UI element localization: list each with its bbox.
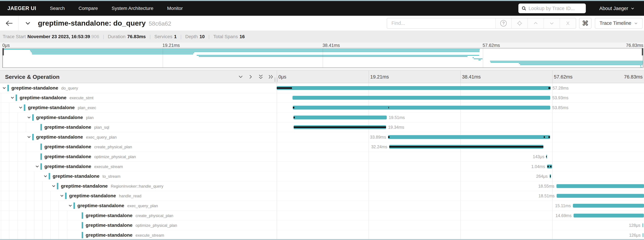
- span-tree-cell[interactable]: greptime-standaloneoptimize_physical_pla…: [0, 221, 277, 230]
- span-tree-cell[interactable]: greptime-standaloneexecute_stream: [0, 162, 277, 172]
- span-row[interactable]: greptime-standaloneoptimize_physical_pla…: [0, 221, 644, 230]
- span-timeline-cell[interactable]: 18.55ms: [277, 181, 644, 191]
- span-operation-name: execute_stream: [136, 233, 164, 238]
- span-row[interactable]: greptime-standaloneexec_query_plan33.89m…: [0, 132, 644, 142]
- span-row[interactable]: greptime-standaloneRegionInvoker::handle…: [0, 181, 644, 191]
- span-tree-cell[interactable]: greptime-standaloneplan_exec: [0, 103, 277, 113]
- tree-guide-line: [26, 152, 26, 161]
- span-tree-cell[interactable]: greptime-standaloneplan: [0, 113, 277, 122]
- span-tree-cell[interactable]: greptime-standaloneexecute_stmt: [0, 93, 277, 103]
- span-timeline-cell[interactable]: 264μs: [277, 171, 644, 181]
- span-row[interactable]: greptime-standaloneexecute_stmt53.93ms: [0, 93, 644, 103]
- span-duration-bar[interactable]: [573, 204, 644, 208]
- span-timeline-cell[interactable]: 32.24ms: [277, 142, 644, 152]
- collapse-trace-header-button[interactable]: [24, 20, 31, 26]
- span-timeline-cell[interactable]: 1.04ms: [277, 162, 644, 172]
- span-duration-bar[interactable]: [294, 116, 387, 119]
- nav-item-compare[interactable]: Compare: [78, 6, 98, 11]
- span-collapse-chevron[interactable]: [27, 115, 31, 120]
- keyboard-shortcuts-button[interactable]: ⌘: [579, 18, 592, 29]
- find-clear-button[interactable]: X: [560, 18, 576, 28]
- span-tree-cell[interactable]: greptime-standalonecreate_physical_plan: [0, 142, 277, 152]
- span-tree-cell[interactable]: greptime-standalonedo_query: [0, 83, 277, 93]
- span-row[interactable]: greptime-standaloneplan_exec53.85ms: [0, 103, 644, 113]
- span-collapse-chevron[interactable]: [18, 106, 23, 110]
- span-tree-cell[interactable]: greptime-standalonehandle_read: [0, 191, 277, 201]
- nav-item-system-architecture[interactable]: System Architecture: [112, 6, 154, 11]
- find-next-button[interactable]: [544, 18, 560, 28]
- span-duration-bar[interactable]: [556, 194, 644, 198]
- span-row[interactable]: greptime-standaloneexec_query_plan15.11m…: [0, 201, 644, 211]
- span-duration-bar[interactable]: [642, 224, 643, 227]
- span-row[interactable]: greptime-standaloneplan_sql19.34ms: [0, 122, 644, 132]
- span-row[interactable]: greptime-standalonecreate_physical_plan3…: [0, 142, 644, 152]
- find-help-button[interactable]: ?: [495, 18, 511, 28]
- axis-tick-label: 76.83ms: [624, 74, 643, 80]
- span-tree-cell[interactable]: greptime-standaloneexec_query_plan: [0, 201, 277, 211]
- span-collapse-chevron[interactable]: [43, 174, 48, 178]
- tree-guide-line: [9, 181, 10, 191]
- minimap-canvas[interactable]: [2, 48, 643, 68]
- span-color-indicator: [40, 144, 42, 150]
- minimap-gridline: [163, 48, 163, 67]
- nav-item-monitor[interactable]: Monitor: [167, 6, 183, 11]
- nav-item-search[interactable]: Search: [50, 6, 65, 11]
- span-timeline-cell[interactable]: 18.51ms: [277, 191, 644, 201]
- collapse-one-button[interactable]: [238, 74, 244, 80]
- span-collapse-chevron[interactable]: [60, 194, 64, 198]
- span-collapse-chevron[interactable]: [35, 164, 40, 169]
- span-row[interactable]: greptime-standaloneoptimize_physical_pla…: [0, 152, 644, 162]
- span-collapse-chevron[interactable]: [2, 86, 6, 90]
- expand-one-button[interactable]: [248, 74, 254, 80]
- span-names: greptime-standaloneto_stream: [53, 174, 120, 179]
- span-tree-cell[interactable]: greptime-standaloneexecute_stream: [0, 230, 277, 240]
- span-tree-cell[interactable]: greptime-standaloneRegionInvoker::handle…: [0, 181, 277, 191]
- span-duration-bar[interactable]: [388, 135, 550, 139]
- span-tree-cell[interactable]: greptime-standaloneto_stream: [0, 171, 277, 181]
- span-duration-bar[interactable]: [574, 214, 644, 217]
- span-timeline-cell[interactable]: 57.28ms: [277, 83, 644, 93]
- span-tree-cell[interactable]: greptime-standaloneplan_sql: [0, 122, 277, 132]
- trace-lookup-input[interactable]: Lookup by Trace ID...: [518, 3, 586, 13]
- span-timeline-cell[interactable]: 15.11ms: [277, 201, 644, 211]
- span-duration-bar[interactable]: [293, 106, 550, 110]
- about-jaeger-menu[interactable]: About Jaeger: [599, 6, 634, 11]
- span-collapse-chevron[interactable]: [52, 184, 56, 188]
- span-row[interactable]: greptime-standaloneto_stream264μs: [0, 171, 644, 181]
- span-duration-bar[interactable]: [292, 96, 550, 100]
- span-duration-bar[interactable]: [556, 184, 644, 188]
- span-timeline-cell[interactable]: 14.69ms: [277, 211, 644, 221]
- span-timeline-cell[interactable]: 126μs: [277, 230, 644, 240]
- span-row[interactable]: greptime-standalonecreate_physical_plan1…: [0, 211, 644, 221]
- span-collapse-chevron[interactable]: [27, 135, 31, 139]
- find-focus-button[interactable]: [511, 18, 528, 28]
- span-duration-bar[interactable]: [643, 233, 643, 237]
- minimap-left-handle[interactable]: [2, 48, 4, 55]
- span-timeline-cell[interactable]: 19.51ms: [277, 113, 644, 122]
- find-prev-button[interactable]: [528, 18, 544, 28]
- span-timeline-cell[interactable]: 19.34ms: [277, 122, 644, 132]
- app-logo[interactable]: JAEGER UI: [8, 5, 36, 11]
- span-duration-bar[interactable]: [277, 86, 550, 90]
- span-timeline-cell[interactable]: 128μs: [277, 221, 644, 230]
- span-tree-cell[interactable]: greptime-standaloneexec_query_plan: [0, 132, 277, 142]
- span-row[interactable]: greptime-standaloneexecute_stream1.04ms: [0, 162, 644, 172]
- expand-all-button[interactable]: [268, 74, 274, 80]
- span-timeline-cell[interactable]: 143μs: [277, 152, 644, 162]
- span-collapse-chevron[interactable]: [10, 96, 14, 100]
- span-row[interactable]: greptime-standaloneplan19.51ms: [0, 113, 644, 122]
- span-row[interactable]: greptime-standaloneexecute_stream126μs: [0, 230, 644, 240]
- minimap-right-handle[interactable]: [642, 48, 643, 55]
- trace-view-selector[interactable]: Trace Timeline: [595, 18, 643, 29]
- span-tree-cell[interactable]: greptime-standaloneoptimize_physical_pla…: [0, 152, 277, 162]
- span-row[interactable]: greptime-standalonedo_query57.28ms: [0, 83, 644, 93]
- collapse-all-button[interactable]: [258, 74, 264, 80]
- span-collapse-chevron[interactable]: [68, 204, 72, 208]
- span-timeline-cell[interactable]: 33.89ms: [277, 132, 644, 142]
- span-row[interactable]: greptime-standalonehandle_read18.51ms: [0, 191, 644, 201]
- find-input[interactable]: Find...: [387, 18, 495, 28]
- back-button[interactable]: [0, 16, 18, 31]
- span-tree-cell[interactable]: greptime-standalonecreate_physical_plan: [0, 211, 277, 221]
- span-timeline-cell[interactable]: 53.93ms: [277, 93, 644, 103]
- span-timeline-cell[interactable]: 53.85ms: [277, 103, 644, 113]
